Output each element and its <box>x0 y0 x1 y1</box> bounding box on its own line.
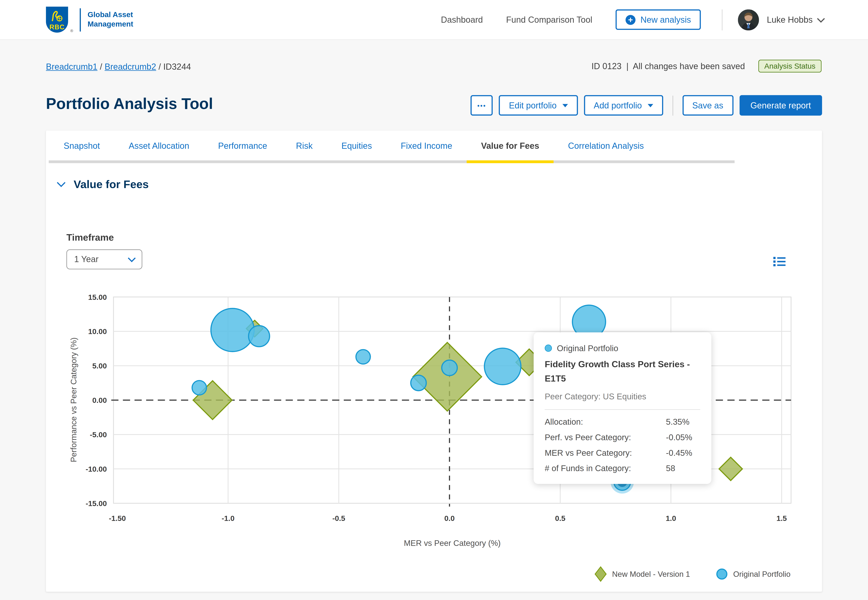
tab-snapshot[interactable]: Snapshot <box>49 130 114 161</box>
viewport: RBC ® Global Asset Management Dashboard … <box>0 0 868 600</box>
breadcrumb-separator: / <box>100 62 102 71</box>
legend-item-circle: Original Portfolio <box>715 566 790 582</box>
diamond-marker-icon <box>594 566 607 582</box>
tab-asset-allocation[interactable]: Asset Allocation <box>114 130 204 161</box>
y-axis-label: Performance vs Peer Category (%) <box>69 337 78 462</box>
chevron-down-icon <box>128 254 135 262</box>
chevron-down-icon <box>817 15 825 23</box>
tab-performance[interactable]: Performance <box>204 130 281 161</box>
save-status-row: ID 0123 | All changes have been saved An… <box>591 60 821 73</box>
rbc-lion-icon <box>50 8 64 25</box>
page-title: Portfolio Analysis Tool <box>46 95 213 113</box>
tooltip-row-label: MER vs Peer Category: <box>545 448 666 458</box>
caret-down-icon <box>562 104 568 107</box>
tooltip: Original Portfolio Fidelity Growth Class… <box>534 332 711 484</box>
tooltip-row-label: # of Funds in Category: <box>545 463 666 473</box>
rbc-logo[interactable]: RBC ® Global Asset Management <box>46 7 133 33</box>
save-as-button[interactable]: Save as <box>683 95 733 115</box>
timeframe-label: Timeframe <box>67 232 114 243</box>
generate-report-button[interactable]: Generate report <box>739 95 822 115</box>
tooltip-row-label: Perf. vs Peer Category: <box>545 432 666 442</box>
status-badge: Analysis Status <box>758 60 821 73</box>
legend-label: Original Portfolio <box>733 570 790 579</box>
nav-fund-comparison-tool[interactable]: Fund Comparison Tool <box>506 15 592 24</box>
more-actions-button[interactable]: ••• <box>471 95 493 115</box>
registered-mark: ® <box>70 29 73 33</box>
legend-item-diamond: New Model - Version 1 <box>594 566 690 582</box>
breadcrumb-separator-2: / <box>158 62 161 71</box>
brand-divider <box>80 8 81 31</box>
tooltip-series: Original Portfolio <box>545 344 700 353</box>
tab-fixed-income[interactable]: Fixed Income <box>386 130 467 161</box>
timeframe-value: 1 Year <box>74 255 99 264</box>
avatar[interactable] <box>738 9 759 30</box>
table-view-button[interactable] <box>773 255 786 271</box>
tooltip-row-value: -0.05% <box>666 432 700 442</box>
breadcrumb: Breadcrumb1 / Breadcrumb2 / ID3244 <box>46 62 191 72</box>
breadcrumb-link-2[interactable]: Breadcrumb2 <box>105 62 156 71</box>
avatar-photo <box>738 9 759 30</box>
section-header[interactable]: Value for Fees <box>58 178 149 191</box>
actions-divider <box>672 95 673 115</box>
section-title: Value for Fees <box>74 178 149 191</box>
caret-down-icon <box>648 104 653 107</box>
legend-label: New Model - Version 1 <box>612 570 690 579</box>
active-tab-underline <box>467 160 553 163</box>
collapse-chevron-icon <box>57 179 65 187</box>
tooltip-fund-title: Fidelity Growth Class Port Series - E1T5 <box>545 357 700 386</box>
tooltip-peer-category: Peer Category: US Equities <box>545 391 700 401</box>
tab-equities[interactable]: Equities <box>327 130 386 161</box>
add-portfolio-button[interactable]: Add portfolio <box>584 95 663 115</box>
edit-portfolio-button[interactable]: Edit portfolio <box>499 95 578 115</box>
series-dot-icon <box>545 344 552 352</box>
circle-marker-icon <box>715 566 728 582</box>
plus-icon: + <box>626 15 635 24</box>
tooltip-row-value: 5.35% <box>666 417 700 426</box>
x-axis-label: MER vs Peer Category (%) <box>113 539 791 548</box>
nav-dashboard[interactable]: Dashboard <box>441 15 483 24</box>
header-divider <box>722 9 722 30</box>
portfolio-analysis-page: RBC ® Global Asset Management Dashboard … <box>0 0 868 600</box>
breadcrumb-link-1[interactable]: Breadcrumb1 <box>46 62 97 71</box>
title-actions: ••• Edit portfolio Add portfolio Save as… <box>471 95 822 115</box>
list-icon <box>773 255 786 268</box>
timeframe-select[interactable]: 1 Year <box>67 249 142 269</box>
analysis-id-and-saved-text: ID 0123 | All changes have been saved <box>591 61 745 71</box>
tooltip-row-value: 58 <box>666 463 700 473</box>
rbc-shield-icon: RBC <box>46 7 68 33</box>
brand-name: Global Asset Management <box>88 11 133 29</box>
tooltip-divider <box>545 409 700 410</box>
tab-value-for-fees[interactable]: Value for Fees <box>467 130 554 161</box>
chart-legend: New Model - Version 1Original Portfolio <box>594 566 790 582</box>
breadcrumb-current: ID3244 <box>163 62 191 71</box>
tooltip-row-label: Allocation: <box>545 417 666 426</box>
tooltip-metrics: Allocation:5.35%Perf. vs Peer Category:-… <box>545 417 700 473</box>
tab-correlation-analysis[interactable]: Correlation Analysis <box>553 130 658 161</box>
tab-track <box>49 160 735 163</box>
tab-risk[interactable]: Risk <box>281 130 327 161</box>
tooltip-row-value: -0.45% <box>666 448 700 458</box>
new-analysis-button[interactable]: + New analysis <box>616 9 701 30</box>
app-header: RBC ® Global Asset Management Dashboard … <box>0 0 868 40</box>
user-name[interactable]: Luke Hobbs <box>767 15 813 24</box>
tab-bar: SnapshotAsset AllocationPerformanceRiskE… <box>46 130 822 161</box>
